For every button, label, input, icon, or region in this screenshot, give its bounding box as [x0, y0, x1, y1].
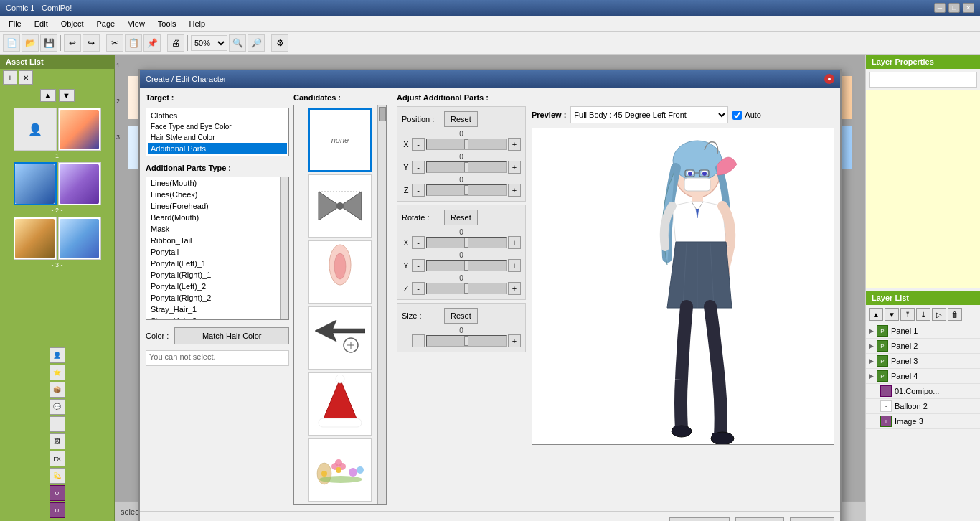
rot-z-slider[interactable]: [426, 283, 507, 294]
layer-up-btn[interactable]: ▲: [869, 308, 883, 321]
pos-x-plus[interactable]: +: [508, 138, 521, 151]
target-face[interactable]: Face Type and Eye Color: [148, 121, 287, 132]
paste-btn[interactable]: 📌: [143, 34, 161, 52]
tool-star-btn[interactable]: ⭐: [50, 365, 65, 380]
menu-page[interactable]: Page: [91, 18, 121, 29]
rot-y-minus[interactable]: -: [412, 259, 425, 272]
pos-y-slider[interactable]: [426, 161, 507, 173]
part-stray-hair-1[interactable]: Stray_Hair_1: [146, 304, 288, 315]
part-ponytail-right-2[interactable]: Ponytail(Right)_2: [146, 292, 288, 304]
open-btn[interactable]: 📂: [22, 34, 39, 52]
tool-user-btn[interactable]: U: [50, 485, 65, 501]
part-beard-mouth[interactable]: Beard(Mouth): [146, 212, 288, 223]
layer-image[interactable]: I Image 3: [866, 414, 980, 429]
parts-scrollbar[interactable]: [280, 177, 288, 319]
copy-btn[interactable]: 📋: [125, 34, 142, 52]
part-lines-cheek[interactable]: Lines(Cheek): [146, 189, 288, 200]
layer-character[interactable]: U 01.Comipo...: [866, 384, 980, 399]
rot-x-minus[interactable]: -: [412, 236, 425, 249]
size-minus[interactable]: -: [412, 334, 425, 347]
size-slider[interactable]: [426, 335, 507, 347]
scroll-thumb[interactable]: [379, 107, 386, 121]
layer-top-btn[interactable]: ⤒: [900, 308, 915, 321]
part-ponytail-right-1[interactable]: Ponytail(Right)_1: [146, 269, 288, 281]
preview-select[interactable]: Full Body : 45 Degree Left Front Full Bo…: [570, 106, 728, 123]
asset-thumb-6[interactable]: [58, 217, 101, 260]
auto-checkbox[interactable]: [732, 111, 742, 120]
tool-person-btn[interactable]: 👤: [50, 347, 65, 363]
layer-panel-4[interactable]: ▶ P Panel 4: [866, 369, 980, 384]
candidates-scrollbar[interactable]: [377, 105, 386, 504]
pos-y-plus[interactable]: +: [508, 161, 521, 174]
rot-z-thumb[interactable]: [464, 283, 468, 294]
pos-z-slider[interactable]: [426, 184, 507, 196]
scroll-up-btn[interactable]: ▲: [40, 89, 56, 102]
close-dialog-btn[interactable]: Close: [790, 517, 834, 521]
rot-z-minus[interactable]: -: [412, 282, 425, 295]
candidate-arrow[interactable]: [308, 306, 372, 370]
asset-del-btn[interactable]: ✕: [19, 70, 33, 85]
part-ponytail[interactable]: Ponytail: [146, 246, 288, 258]
layer-props-search[interactable]: [869, 72, 977, 88]
pos-y-minus[interactable]: -: [412, 161, 425, 174]
save-toolbar-btn[interactable]: 💾: [40, 34, 57, 52]
layer-panel-1[interactable]: ▶ P Panel 1: [866, 324, 980, 339]
asset-thumb-5[interactable]: [14, 217, 57, 260]
tool-fx-btn[interactable]: FX: [50, 451, 65, 466]
target-parts[interactable]: Additional Parts: [148, 143, 287, 154]
menu-view[interactable]: View: [122, 18, 151, 29]
tool-text-btn[interactable]: T: [50, 416, 65, 432]
menu-object[interactable]: Object: [55, 18, 90, 29]
layer-bottom-btn[interactable]: ⤓: [916, 308, 930, 321]
rot-z-plus[interactable]: +: [508, 282, 521, 295]
part-lines-mouth[interactable]: Lines(Mouth): [146, 177, 288, 189]
save-btn[interactable]: Save...: [735, 517, 784, 521]
print-btn[interactable]: 🖨: [167, 34, 184, 52]
asset-thumb-4[interactable]: [58, 162, 101, 205]
asset-add-btn[interactable]: +: [3, 70, 17, 85]
rot-x-plus[interactable]: +: [508, 236, 521, 249]
layer-panel-2[interactable]: ▶ P Panel 2: [866, 339, 980, 354]
zoom-select[interactable]: 50%25%75%100%: [191, 35, 227, 51]
rot-y-plus[interactable]: +: [508, 259, 521, 272]
target-clothes[interactable]: Clothes: [148, 110, 287, 121]
layer-down-btn[interactable]: ▼: [885, 308, 899, 321]
size-thumb[interactable]: [464, 336, 468, 346]
part-stray-hair-2[interactable]: Stray_Hair_2: [146, 315, 288, 320]
minimize-btn[interactable]: ─: [934, 3, 946, 13]
target-hair[interactable]: Hair Style and Color: [148, 132, 287, 143]
scroll-down-btn[interactable]: ▼: [59, 89, 75, 102]
menu-tools[interactable]: Tools: [152, 18, 182, 29]
pos-x-slider[interactable]: [426, 139, 507, 150]
asset-thumb-2[interactable]: [58, 108, 101, 151]
candidate-bow[interactable]: [308, 174, 372, 238]
rot-y-thumb[interactable]: [464, 260, 468, 271]
tool-box-btn[interactable]: 📦: [50, 382, 65, 398]
menu-file[interactable]: File: [3, 18, 27, 29]
layer-right-btn[interactable]: ▷: [932, 308, 946, 321]
close-btn[interactable]: ✕: [963, 3, 974, 13]
part-ponytail-left-1[interactable]: Ponytail(Left)_1: [146, 258, 288, 269]
tool-bubble-btn[interactable]: 💬: [50, 399, 65, 415]
part-ponytail-left-2[interactable]: Ponytail(Left)_2: [146, 281, 288, 292]
new-btn[interactable]: 📄: [3, 34, 20, 52]
rot-x-thumb[interactable]: [464, 238, 468, 248]
cut-btn[interactable]: ✂: [106, 34, 123, 52]
undo-btn[interactable]: ↩: [64, 34, 81, 52]
pos-z-plus[interactable]: +: [508, 184, 521, 197]
part-ribbon-tail[interactable]: Ribbon_Tail: [146, 235, 288, 246]
pos-z-thumb[interactable]: [464, 185, 468, 195]
rotate-reset-btn[interactable]: Reset: [444, 210, 478, 225]
pos-y-thumb[interactable]: [464, 162, 468, 172]
zoom-out-btn[interactable]: 🔎: [248, 34, 265, 52]
layer-del-btn[interactable]: 🗑: [948, 308, 962, 321]
part-lines-forehead[interactable]: Lines(Forehead): [146, 200, 288, 212]
pos-x-thumb[interactable]: [464, 139, 468, 149]
candidate-none[interactable]: none: [308, 108, 372, 172]
pos-z-minus[interactable]: -: [412, 184, 425, 197]
settings-btn[interactable]: ⚙: [271, 34, 288, 52]
menu-help[interactable]: Help: [184, 18, 212, 29]
candidate-ears[interactable]: [308, 240, 372, 304]
maximize-btn[interactable]: □: [948, 3, 960, 13]
part-mask[interactable]: Mask: [146, 223, 288, 235]
